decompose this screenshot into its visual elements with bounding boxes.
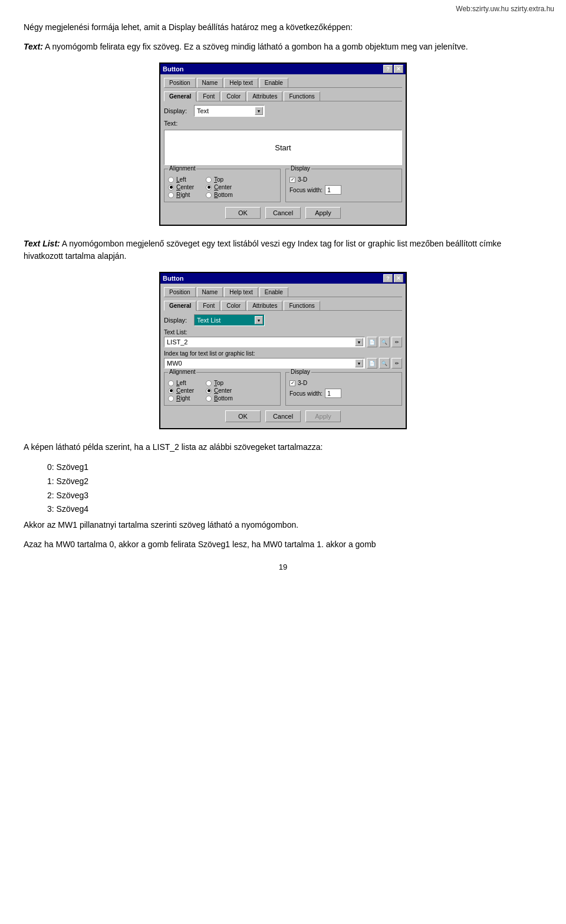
dialog2-radio-bottom-circle[interactable] xyxy=(206,396,212,402)
dialog2-radio-bottom[interactable]: Bottom xyxy=(206,395,233,402)
dialog1-tab-enable[interactable]: Enable xyxy=(259,78,288,88)
dialog2-3d-checkbox[interactable]: 3-D xyxy=(289,380,398,386)
dialog1-3d-checkbox[interactable]: 3-D xyxy=(289,176,398,183)
dialog2-tab-enable[interactable]: Enable xyxy=(259,287,288,297)
dialog2-tab-font[interactable]: Font xyxy=(198,301,220,311)
dialog2-display-dropdown[interactable]: Text List ▼ xyxy=(194,314,265,326)
dialog1-tab-color[interactable]: Color xyxy=(221,91,246,101)
dialog1-focus-spinner[interactable]: 1 xyxy=(325,185,341,195)
dialog2-tab-color[interactable]: Color xyxy=(221,301,246,311)
dialog2-tab-name[interactable]: Name xyxy=(197,287,223,297)
dialog1-tab-helptext[interactable]: Help text xyxy=(224,78,258,88)
dialog1-apply-button[interactable]: Apply xyxy=(305,207,341,219)
text-section-label: Text: xyxy=(24,42,43,51)
dialog1-radio-center-h-circle[interactable] xyxy=(168,185,174,190)
dialog2-radio-top-circle[interactable] xyxy=(206,380,212,386)
text-section-description: A nyomógomb felirata egy fix szöveg. Ez … xyxy=(45,42,468,51)
dialog2-tab-helptext[interactable]: Help text xyxy=(224,287,258,297)
dialog1-tab-attributes[interactable]: Attributes xyxy=(247,91,282,101)
dialog1-titlebar-buttons: ? ✕ xyxy=(383,65,403,73)
dialog2-textlist-row: Text List: LIST_2 ▼ 📄 🔍 ✏ xyxy=(164,329,402,347)
dialog1-close-button[interactable]: ✕ xyxy=(394,65,403,73)
dialog1-radio-center-h[interactable]: Center xyxy=(168,184,194,190)
dialog2-radio-right[interactable]: Right xyxy=(168,395,194,402)
dialog1-tab-position[interactable]: Position xyxy=(164,78,196,88)
dialog2-tab-general[interactable]: General xyxy=(164,301,196,311)
dialog2-index-arrow[interactable]: ▼ xyxy=(355,359,363,367)
dialog1-radio-top[interactable]: Top xyxy=(206,176,233,183)
dialog1-radio-right-circle[interactable] xyxy=(168,192,174,198)
dialog1-preview-text: Start xyxy=(275,143,291,152)
list-item-1: 1: Szöveg2 xyxy=(47,475,542,489)
dialog2-index-value: MW0 xyxy=(167,360,182,367)
dialog1-focus-label: Focus width: xyxy=(289,187,323,193)
dialog2-tabbar-row1: Position Name Help text Enable xyxy=(164,287,402,297)
dialog2-horizontal-alignment: Left Center Right xyxy=(168,380,194,403)
dialog1-3d-checkbox-box[interactable] xyxy=(289,177,295,183)
dialog1-radio-left[interactable]: Left xyxy=(168,176,194,183)
dialog2-radio-left-circle[interactable] xyxy=(168,380,174,386)
dialog2-close-button[interactable]: ✕ xyxy=(394,274,403,282)
dialog2-textlist-btn1[interactable]: 📄 xyxy=(367,337,377,347)
dialog2-tab-attributes[interactable]: Attributes xyxy=(247,301,282,311)
page-number: 19 xyxy=(24,563,542,571)
dialog1-help-button[interactable]: ? xyxy=(383,65,393,73)
dialog1-radio-center-v[interactable]: Center xyxy=(206,184,233,190)
dialog2-radio-center-v-circle[interactable] xyxy=(206,388,212,394)
dialog2-index-field[interactable]: MW0 ▼ xyxy=(164,358,365,369)
dialog1-tab-general[interactable]: General xyxy=(164,91,196,101)
dialog2-textlist-field[interactable]: LIST_2 ▼ xyxy=(164,337,365,347)
dialog2-textlist-btn3[interactable]: ✏ xyxy=(391,337,402,347)
dialog1-window: Button ? ✕ Position Name Help text Enabl… xyxy=(159,63,407,226)
dialog2-ok-button[interactable]: OK xyxy=(225,410,261,422)
dialog1-text-row: Text: xyxy=(164,120,402,127)
dialog1-tab-font[interactable]: Font xyxy=(198,91,220,101)
dialog2-display-label: Display: xyxy=(164,317,190,324)
dialog1-radio-top-circle[interactable] xyxy=(206,177,212,183)
dialog1-preview-area: Start xyxy=(164,130,402,165)
dialog2-radio-center-h-circle[interactable] xyxy=(168,388,174,394)
dialog2-textlist-arrow[interactable]: ▼ xyxy=(355,338,363,346)
dialog2-tabbar-row2: General Font Color Attributes Functions xyxy=(164,301,402,311)
dialog1-cancel-button[interactable]: Cancel xyxy=(265,207,301,219)
dialog1-focus-row: Focus width: 1 xyxy=(289,185,398,195)
list-item-0: 0: Szöveg1 xyxy=(47,461,542,475)
page-header: Web:szirty.uw.hu szirty.extra.hu xyxy=(0,0,566,15)
dialog2-radio-top[interactable]: Top xyxy=(206,380,233,386)
dialog2-tab-functions[interactable]: Functions xyxy=(284,301,320,311)
dialog1-display-arrow[interactable]: ▼ xyxy=(255,107,263,115)
dialog2-radio-center-v[interactable]: Center xyxy=(206,387,233,394)
dialog2-index-btn3[interactable]: ✏ xyxy=(391,358,402,369)
dialog2-alignment-group: Alignment Left Center xyxy=(164,372,281,406)
dialog1-display-dropdown[interactable]: Text ▼ xyxy=(194,105,265,117)
dialog2-tab-position[interactable]: Position xyxy=(164,287,196,297)
dialog2-textlist-btn2[interactable]: 🔍 xyxy=(379,337,390,347)
dialog1-radio-bottom-circle[interactable] xyxy=(206,192,212,198)
dialog2-textlist-value: LIST_2 xyxy=(167,338,187,346)
dialog1-display-row: Display: Text ▼ xyxy=(164,105,402,117)
content-area: Négy megjelenési formája lehet, amit a D… xyxy=(0,15,566,595)
dialog2-index-btn2[interactable]: 🔍 xyxy=(379,358,390,369)
dialog2-radio-center-h[interactable]: Center xyxy=(168,387,194,394)
dialog2-radio-left-label: Left xyxy=(176,380,186,386)
dialog2-radio-right-circle[interactable] xyxy=(168,396,174,402)
dialog2-body: Position Name Help text Enable General F… xyxy=(160,284,406,428)
dialog2-focus-spinner[interactable]: 1 xyxy=(325,389,341,398)
dialog2-cancel-button[interactable]: Cancel xyxy=(265,410,301,422)
dialog1-radio-center-h-label: Center xyxy=(176,184,194,190)
dialog2-index-btn1[interactable]: 📄 xyxy=(367,358,377,369)
dialog2-help-button[interactable]: ? xyxy=(383,274,393,282)
dialog2-radio-left[interactable]: Left xyxy=(168,380,194,386)
dialog1-tab-name[interactable]: Name xyxy=(197,78,223,88)
dialog1-radio-left-circle[interactable] xyxy=(168,177,174,183)
dialog2-apply-button[interactable]: Apply xyxy=(305,410,341,422)
dialog1-radio-bottom[interactable]: Bottom xyxy=(206,192,233,198)
dialog2-display-arrow[interactable]: ▼ xyxy=(255,316,263,324)
dialog1-ok-button[interactable]: OK xyxy=(225,207,261,219)
dialog1-alignment-group: Alignment Left Center xyxy=(164,169,281,202)
dialog1-tab-functions[interactable]: Functions xyxy=(284,91,320,101)
dialog2-groupbox-row: Alignment Left Center xyxy=(164,372,402,406)
dialog2-3d-checkbox-box[interactable] xyxy=(289,380,295,386)
dialog1-radio-center-v-circle[interactable] xyxy=(206,185,212,190)
dialog1-radio-right[interactable]: Right xyxy=(168,192,194,198)
